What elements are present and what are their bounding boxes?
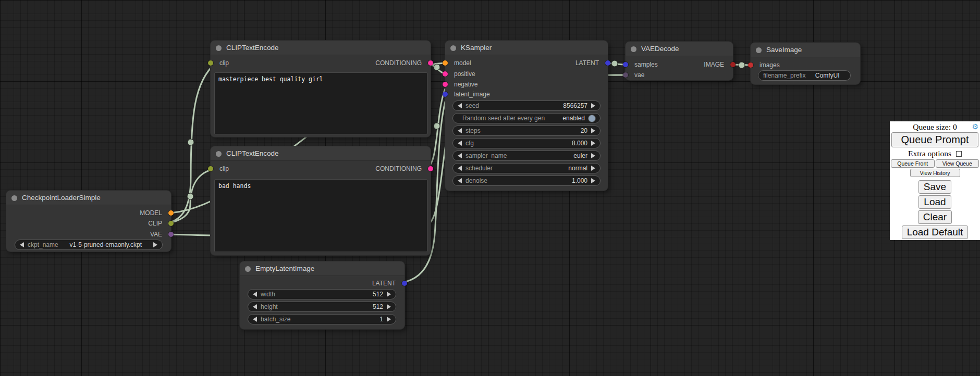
- cfg-widget[interactable]: cfg 8.000: [452, 138, 601, 148]
- arrow-left-icon[interactable]: [458, 141, 462, 146]
- latent-image-input-dot[interactable]: [443, 92, 448, 97]
- vae-input-dot[interactable]: [623, 72, 628, 78]
- node-collapse-dot-icon[interactable]: [756, 47, 762, 53]
- slot-label: latent_image: [454, 91, 490, 98]
- node-title: CLIPTextEncode: [226, 149, 279, 157]
- queue-actions-row: Queue Front View Queue: [890, 159, 980, 168]
- arrow-right-icon[interactable]: [153, 242, 157, 247]
- slot-label: negative: [454, 81, 477, 88]
- vae-output-dot[interactable]: [168, 232, 174, 237]
- arrow-right-icon[interactable]: [591, 128, 595, 133]
- widget-value: 1: [379, 316, 383, 323]
- positive-input-dot[interactable]: [443, 71, 448, 77]
- arrow-left-icon[interactable]: [253, 317, 257, 322]
- view-queue-button[interactable]: View Queue: [936, 159, 979, 168]
- node-collapse-dot-icon[interactable]: [216, 45, 222, 51]
- link-midpoint-dot: [187, 193, 193, 199]
- conditioning-output-dot[interactable]: [428, 60, 433, 66]
- node-title: VAEDecode: [641, 45, 679, 53]
- arrow-right-icon[interactable]: [591, 103, 595, 108]
- queue-front-button[interactable]: Queue Front: [891, 159, 935, 168]
- negative-input-dot[interactable]: [443, 82, 448, 87]
- load-button[interactable]: Load: [918, 195, 951, 209]
- model-output-dot[interactable]: [168, 210, 174, 216]
- node-collapse-dot-icon[interactable]: [450, 45, 456, 51]
- latent-output-dot[interactable]: [605, 60, 610, 66]
- arrow-right-icon[interactable]: [591, 166, 595, 171]
- arrow-left-icon[interactable]: [458, 153, 462, 158]
- arrow-left-icon[interactable]: [20, 242, 24, 247]
- link-midpoint-dot: [434, 123, 440, 129]
- slot-label: MODEL: [140, 209, 162, 217]
- filename-prefix-widget[interactable]: filename_prefix ComfyUI: [758, 70, 851, 81]
- node-checkpoint-loader[interactable]: CheckpointLoaderSimple MODEL CLIP VAE ck…: [6, 191, 171, 252]
- latent-output-dot[interactable]: [402, 281, 407, 286]
- arrow-left-icon[interactable]: [253, 292, 257, 297]
- arrow-right-icon[interactable]: [591, 153, 595, 158]
- seed-widget[interactable]: seed 8566257: [452, 101, 601, 111]
- clear-button[interactable]: Clear: [918, 210, 952, 224]
- images-input-dot[interactable]: [748, 62, 753, 68]
- arrow-right-icon[interactable]: [387, 292, 391, 297]
- sampler-name-widget[interactable]: sampler_name euler: [452, 151, 601, 161]
- prompt-text-area[interactable]: bad hands: [214, 179, 427, 252]
- view-history-button[interactable]: View History: [910, 169, 960, 177]
- node-clip-text-encode-negative[interactable]: CLIPTextEncode clip CONDITIONING bad han…: [211, 146, 431, 255]
- arrow-left-icon[interactable]: [458, 166, 462, 171]
- node-clip-text-encode-positive[interactable]: CLIPTextEncode clip CONDITIONING masterp…: [211, 41, 431, 137]
- steps-widget[interactable]: steps 20: [452, 126, 601, 136]
- denoise-widget[interactable]: denoise 1.000: [452, 176, 601, 186]
- arrow-left-icon[interactable]: [458, 178, 462, 183]
- node-title-bar[interactable]: KSampler: [445, 41, 608, 55]
- height-widget[interactable]: height 512: [248, 302, 396, 312]
- node-collapse-dot-icon[interactable]: [11, 195, 17, 201]
- widget-label: denoise: [466, 177, 487, 184]
- node-title-bar[interactable]: CLIPTextEncode: [211, 146, 431, 161]
- arrow-right-icon[interactable]: [591, 141, 595, 146]
- node-ksampler[interactable]: KSampler model LATENT positive negative …: [445, 41, 608, 191]
- enabled-toggle-icon[interactable]: [589, 115, 595, 122]
- random-seed-widget[interactable]: Random seed after every gen enabled: [452, 113, 601, 123]
- node-collapse-dot-icon[interactable]: [245, 266, 251, 272]
- prompt-text-area[interactable]: masterpiece best quality girl: [214, 72, 427, 134]
- node-title: CheckpointLoaderSimple: [22, 194, 101, 202]
- width-widget[interactable]: width 512: [248, 289, 396, 299]
- arrow-right-icon[interactable]: [387, 317, 391, 322]
- ckpt-name-widget[interactable]: ckpt_name v1-5-pruned-emaonly.ckpt: [15, 240, 163, 250]
- arrow-left-icon[interactable]: [458, 128, 462, 133]
- extra-options-checkbox[interactable]: [956, 151, 962, 157]
- node-title-bar[interactable]: CLIPTextEncode: [211, 41, 431, 55]
- arrow-right-icon[interactable]: [387, 304, 391, 309]
- input-slot-images: images: [751, 60, 860, 70]
- node-title-bar[interactable]: EmptyLatentImage: [240, 261, 405, 276]
- node-title-bar[interactable]: VAEDecode: [626, 42, 733, 56]
- widget-label: width: [261, 291, 275, 298]
- arrow-left-icon[interactable]: [458, 103, 462, 108]
- save-button[interactable]: Save: [918, 180, 951, 194]
- node-collapse-dot-icon[interactable]: [631, 46, 636, 52]
- arrow-right-icon[interactable]: [591, 178, 595, 183]
- node-title-bar[interactable]: SaveImage: [751, 43, 860, 57]
- conditioning-output-dot[interactable]: [428, 166, 433, 171]
- node-save-image[interactable]: SaveImage images filename_prefix ComfyUI: [751, 43, 860, 84]
- node-title-bar[interactable]: CheckpointLoaderSimple: [6, 191, 171, 205]
- output-slot-image: IMAGE: [626, 59, 733, 70]
- clip-output-dot[interactable]: [168, 221, 174, 226]
- batch-size-widget[interactable]: batch_size 1: [248, 314, 396, 324]
- scheduler-widget[interactable]: scheduler normal: [452, 163, 601, 173]
- queue-panel: Queue size: 0 ⚙ Queue Prompt Extra optio…: [890, 121, 980, 240]
- slot-label: CLIP: [148, 220, 162, 227]
- node-collapse-dot-icon[interactable]: [216, 151, 222, 157]
- image-output-dot[interactable]: [730, 62, 736, 67]
- link-midpoint-dot: [434, 64, 440, 70]
- load-default-button[interactable]: Load Default: [902, 225, 969, 239]
- widget-label: steps: [466, 127, 481, 134]
- node-graph-canvas[interactable]: CheckpointLoaderSimple MODEL CLIP VAE ck…: [0, 0, 980, 376]
- widget-label: sampler_name: [466, 152, 507, 159]
- arrow-left-icon[interactable]: [253, 304, 257, 309]
- queue-prompt-button[interactable]: Queue Prompt: [891, 132, 978, 147]
- slot-label: LATENT: [575, 59, 599, 67]
- node-vae-decode[interactable]: VAEDecode samples IMAGE vae: [626, 42, 733, 80]
- settings-gear-icon[interactable]: ⚙: [972, 122, 978, 131]
- node-empty-latent-image[interactable]: EmptyLatentImage LATENT width 512 height…: [240, 261, 405, 329]
